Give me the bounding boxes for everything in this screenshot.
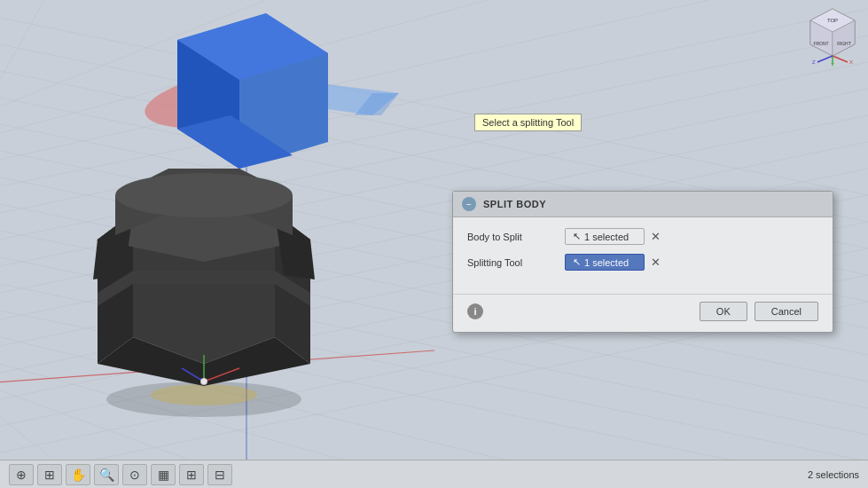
3d-model [27, 0, 399, 435]
toolbar-snap-button[interactable]: ⊞ [37, 464, 62, 485]
svg-point-36 [151, 384, 257, 405]
svg-text:FRONT: FRONT [813, 41, 828, 46]
tool-selected-badge[interactable]: ↖ 1 selected [565, 254, 645, 271]
ok-button[interactable]: OK [700, 302, 747, 321]
splitting-tool-tooltip: Select a splitting Tool [474, 114, 582, 131]
toolbar-move-button[interactable]: ⊕ [9, 464, 34, 485]
toolbar-grid-button[interactable]: ⊞ [179, 464, 204, 485]
svg-point-47 [115, 173, 293, 217]
body-selected-count: 1 selected [584, 232, 629, 242]
splitting-tool-label: Splitting Tool [467, 257, 565, 268]
cursor-icon-tool: ↖ [573, 256, 581, 268]
tool-clear-button[interactable]: ✕ [648, 256, 662, 270]
dialog-actions: OK Cancel [700, 302, 818, 321]
dialog-body: Body to Split ↖ 1 selected ✕ Splitting T… [453, 217, 833, 290]
bottom-toolbar: ⊕ ⊞ ✋ 🔍 ⊙ ▦ ⊞ ⊟ 2 selections [0, 460, 868, 488]
body-to-split-row: Body to Split ↖ 1 selected ✕ [467, 228, 818, 245]
dialog-title: SPLIT BODY [483, 199, 546, 209]
viewport[interactable]: Select a splitting Tool TOP FRONT RIGHT … [0, 0, 868, 488]
dialog-header: − SPLIT BODY [453, 192, 833, 217]
tool-selected-count: 1 selected [584, 257, 629, 268]
body-selected-badge[interactable]: ↖ 1 selected [565, 228, 645, 245]
info-button[interactable]: i [467, 303, 483, 319]
dialog-collapse-button[interactable]: − [462, 197, 476, 211]
split-body-dialog: − SPLIT BODY Body to Split ↖ 1 selected … [452, 191, 833, 333]
svg-text:TOP: TOP [827, 18, 838, 23]
dialog-footer: i OK Cancel [453, 294, 833, 332]
svg-line-71 [817, 56, 833, 62]
svg-point-61 [200, 378, 207, 385]
toolbar-view-button[interactable]: ⊟ [207, 464, 232, 485]
body-clear-button[interactable]: ✕ [648, 230, 662, 244]
svg-text:Z: Z [812, 59, 816, 65]
cancel-button[interactable]: Cancel [755, 302, 818, 321]
nav-cube[interactable]: TOP FRONT RIGHT X Y Z [810, 4, 864, 58]
svg-text:RIGHT: RIGHT [837, 41, 851, 46]
splitting-tool-row: Splitting Tool ↖ 1 selected ✕ [467, 254, 818, 271]
svg-text:X: X [849, 59, 853, 65]
svg-text:Y: Y [831, 62, 834, 67]
toolbar-display-button[interactable]: ▦ [151, 464, 176, 485]
body-to-split-input: ↖ 1 selected ✕ [565, 228, 662, 245]
body-to-split-label: Body to Split [467, 232, 565, 242]
toolbar-orbit-button[interactable]: ⊙ [122, 464, 147, 485]
toolbar-pan-button[interactable]: ✋ [66, 464, 90, 485]
toolbar-zoom-button[interactable]: 🔍 [94, 464, 119, 485]
toolbar-icons: ⊕ ⊞ ✋ 🔍 ⊙ ▦ ⊞ ⊟ [9, 464, 232, 485]
selection-count: 2 selections [808, 469, 859, 480]
svg-line-69 [833, 56, 848, 62]
cursor-icon-body: ↖ [573, 231, 581, 242]
splitting-tool-input: ↖ 1 selected ✕ [565, 254, 662, 271]
